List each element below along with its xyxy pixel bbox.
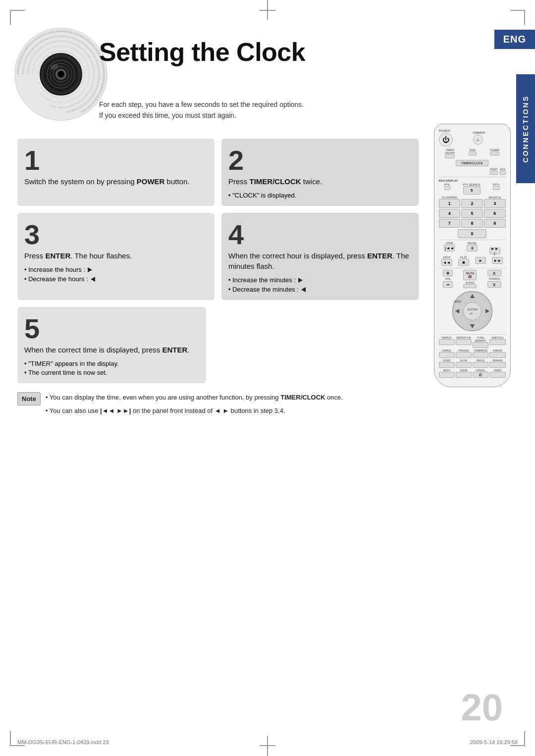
remote-angle-btn[interactable] bbox=[473, 362, 488, 368]
remote-tuning-down[interactable]: ∨ bbox=[487, 281, 501, 288]
remote-num-5[interactable]: 5 bbox=[461, 209, 483, 218]
remote-subtitle-btn[interactable] bbox=[489, 339, 505, 345]
svg-point-12 bbox=[57, 71, 64, 78]
remote-slow-btn[interactable] bbox=[456, 362, 472, 368]
remote-transport-row2: STOP ◄◄ PLAY ■ ► ►► bbox=[439, 256, 506, 266]
remote-timerclock-row: TIMER/CLOCK bbox=[439, 160, 506, 166]
remote-psound-btn[interactable] bbox=[456, 352, 472, 358]
remote-remain-btn[interactable] bbox=[489, 362, 505, 368]
step-3-card: 3 Press ENTER. The hour flashes. • Incre… bbox=[17, 213, 214, 300]
footer-left: MM-DG35i-EUR-ENG-1-0429.indd 23 bbox=[17, 739, 109, 745]
step-3-bullets: • Increase the hours : • Decrease the ho… bbox=[24, 266, 208, 283]
arrow-left-minutes bbox=[301, 287, 306, 292]
remote-num-1[interactable]: 1 bbox=[439, 199, 461, 208]
remote-rewind-btn[interactable]: ◄◄ bbox=[441, 259, 452, 266]
remote-num-grid: CD RIPPING 1 2 SHUFFLE 3 4 5 6 7 8 9 bbox=[439, 196, 506, 228]
remote-power-label: POWER bbox=[439, 129, 453, 132]
remote-aux-btn[interactable] bbox=[500, 171, 506, 175]
remote-timer-btn[interactable] bbox=[445, 154, 455, 158]
remote-num-8[interactable]: 8 bbox=[461, 219, 483, 228]
remote-ffwd-btn[interactable]: ►► bbox=[492, 257, 503, 264]
remote-num-4[interactable]: 4 bbox=[439, 209, 461, 218]
svg-text:MENU: MENU bbox=[454, 300, 462, 303]
corner-mark-tr bbox=[510, 10, 525, 25]
remote-prev-btn[interactable]: |◄◄ bbox=[444, 245, 455, 252]
connections-sidebar: CONNECTIONS bbox=[516, 74, 535, 183]
remote-num-2[interactable]: 2 bbox=[461, 199, 483, 208]
remote-stop-btn[interactable]: ■ bbox=[458, 259, 469, 266]
remote-num-9[interactable]: 9 bbox=[484, 219, 506, 228]
remote-power-btn[interactable]: ⏻ bbox=[439, 133, 453, 147]
remote-mute-col: MUTE🔇 AUDIO bbox=[463, 270, 477, 288]
remote-zoom-btn[interactable] bbox=[456, 372, 472, 378]
step-4-bullet-2: • Decrease the minutes : bbox=[228, 286, 412, 293]
remote-num-7[interactable]: 7 bbox=[439, 219, 461, 228]
step-1-desc: Switch the system on by pressing POWER b… bbox=[24, 176, 208, 187]
remote-zero-row: 0 bbox=[439, 229, 506, 238]
remote-demo-btn[interactable] bbox=[489, 372, 505, 378]
nav-ring-svg: MENU ENTER ⏎ bbox=[451, 290, 493, 332]
speaker-decoration: 0101010101010101000101010101001010101010… bbox=[14, 27, 108, 121]
arrow-right-hours bbox=[88, 267, 92, 272]
remote-dspeq-btn[interactable] bbox=[439, 352, 455, 358]
step-3-bullet-1: • Increase the hours : bbox=[24, 266, 208, 273]
remote-divider-2 bbox=[439, 240, 506, 240]
remote-dimmer-btn[interactable]: △ bbox=[473, 135, 483, 145]
remote-vol-col: + VOL − bbox=[443, 270, 453, 288]
steps-row-2: 3 Press ENTER. The hour flashes. • Incre… bbox=[17, 213, 419, 300]
remote-mute-btn[interactable]: MUTE🔇 bbox=[463, 270, 477, 280]
remote-timerclock-btn[interactable]: TIMER/CLOCK bbox=[456, 160, 488, 166]
remote-repeat-ab-btn[interactable] bbox=[456, 339, 472, 345]
remote-vol-row: + VOL − MUTE🔇 AUDIO ∧ TUNING ∨ bbox=[439, 270, 506, 288]
step-2-bullets: • "CLOCK" is displayed. bbox=[228, 192, 412, 199]
remote-tuning-col: ∧ TUNING ∨ bbox=[487, 270, 501, 288]
remote-tuning-up[interactable]: ∧ bbox=[487, 270, 501, 276]
remote-repeat-btn[interactable] bbox=[439, 339, 455, 345]
note-badge: Note bbox=[17, 392, 41, 405]
remote-pty-plus-btn[interactable] bbox=[493, 186, 500, 190]
remote-dvd-btn[interactable] bbox=[469, 151, 477, 155]
remote-port-aux-row: PORT AUX bbox=[439, 168, 506, 175]
remote-audio-btn[interactable] bbox=[463, 284, 477, 288]
step-3-desc: Press ENTER. The hour flashes. bbox=[24, 251, 208, 261]
remote-num-6[interactable]: 6 bbox=[484, 209, 506, 218]
remote-tune-memory-btn[interactable] bbox=[473, 342, 488, 348]
step-2-desc: Press TIMER/CLOCK twice. bbox=[228, 176, 412, 187]
remote-control: POWER ⏻ DIMMER △ TIMER ON/OFF DVD TUNER bbox=[430, 124, 514, 387]
svg-point-16 bbox=[463, 302, 481, 320]
step-3-bullet-2: • Decrease the hours : bbox=[24, 275, 208, 283]
remote-num-3[interactable]: 3 bbox=[484, 199, 506, 208]
remote-sleep-btn[interactable] bbox=[439, 362, 455, 368]
svg-text:⏎: ⏎ bbox=[470, 312, 473, 315]
page-title: Setting the Clock bbox=[99, 37, 476, 67]
note-box: Note • You can display the time, even wh… bbox=[17, 392, 419, 416]
remote-pty-row: PTY- PTY SEARCH 5 PTY+ bbox=[439, 183, 506, 195]
remote-transport-row1: STEP |◄◄ PAUSE ⏸ ►► | bbox=[439, 242, 506, 254]
arrow-right-minutes bbox=[298, 278, 303, 283]
note-bullet-2: • You can also use |◄◄ ►►| on the panel … bbox=[46, 405, 343, 416]
footer-right: 2009-5-14 16:29:58 bbox=[470, 739, 518, 745]
crosshair-top bbox=[267, 0, 268, 20]
remote-vol-plus[interactable]: + bbox=[443, 270, 453, 276]
step-1-number: 1 bbox=[24, 147, 208, 174]
remote-trebbass-btn[interactable] bbox=[473, 352, 488, 358]
note-content: • You can display the time, even when yo… bbox=[46, 392, 343, 416]
connections-label: CONNECTIONS bbox=[522, 95, 530, 162]
step-5-desc: When the correct time is displayed, pres… bbox=[24, 345, 199, 355]
remote-port-btn[interactable] bbox=[490, 171, 497, 175]
remote-cancel-btn[interactable]: ⊘ bbox=[473, 372, 488, 378]
remote-rds-row: RDS DISPLAY bbox=[439, 179, 506, 182]
remote-pbass-btn[interactable] bbox=[489, 352, 505, 358]
step-4-card: 4 When the correct hour is displayed, pr… bbox=[221, 213, 419, 300]
remote-play-btn[interactable]: ► bbox=[475, 257, 486, 264]
remote-vol-minus[interactable]: − bbox=[443, 281, 453, 288]
remote-mose-btn[interactable] bbox=[439, 372, 455, 378]
remote-num-0[interactable]: 0 bbox=[458, 229, 486, 238]
step-2-bullet-1: • "CLOCK" is displayed. bbox=[228, 192, 296, 199]
remote-pty-search-btn[interactable]: 5 bbox=[463, 186, 481, 195]
remote-tuner-btn[interactable] bbox=[490, 151, 499, 155]
remote-next-btn[interactable]: ►► | bbox=[489, 248, 500, 254]
remote-pty-minus-btn[interactable] bbox=[444, 186, 450, 190]
step-2-number: 2 bbox=[228, 147, 412, 174]
remote-pause-btn[interactable]: ⏸ bbox=[467, 245, 478, 252]
